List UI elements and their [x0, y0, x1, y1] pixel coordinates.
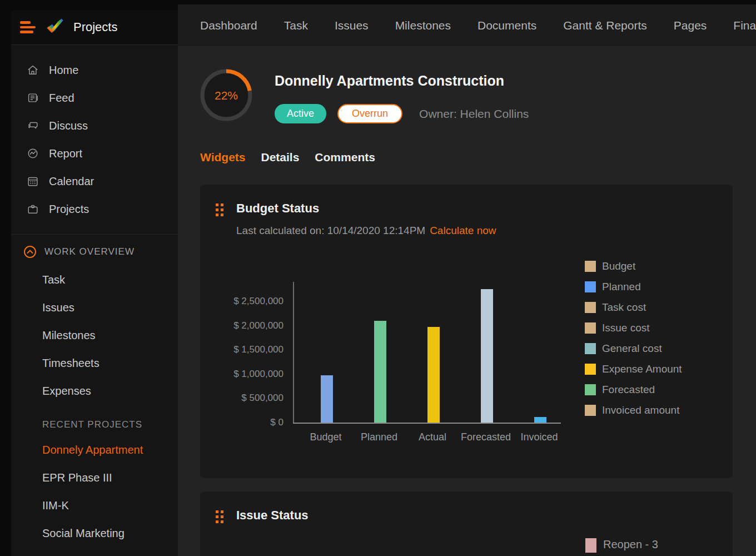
sidebar-item-issues[interactable]: Issues [11, 294, 178, 321]
topnav-item-milestones[interactable]: Milestones [395, 19, 451, 32]
fade-overlay [152, 519, 178, 547]
projects-logo-icon [43, 18, 64, 37]
hamburger-menu-icon[interactable] [20, 21, 36, 33]
drag-handle-icon[interactable] [216, 510, 223, 523]
work-overview-items: TaskIssuesMilestonesTimesheetsExpenses [11, 266, 178, 405]
report-icon [27, 147, 39, 160]
recent-project-donnely-appartment[interactable]: Donnely Appartment [11, 436, 178, 464]
legend-label: Invoiced amount [602, 404, 679, 416]
sidebar-item-feed[interactable]: Feed [11, 84, 178, 112]
sidebar-item-projects[interactable]: Projects [11, 195, 178, 223]
last-calculated-text: Last calculated on: 10/14/2020 12:14PM [236, 225, 425, 236]
collapse-chevron-icon[interactable] [23, 245, 37, 259]
legend-item-forecasted: Forecasted [585, 384, 682, 396]
calculate-now-link[interactable]: Calculate now [430, 225, 496, 236]
main-content: 22% Donnelly Apartments Construction Act… [178, 46, 756, 556]
chart-bar-invoiced [534, 417, 546, 423]
sidebar-item-milestones[interactable]: Milestones [11, 321, 178, 349]
legend-item-task-cost: Task cost [585, 301, 682, 314]
project-tabs: WidgetsDetailsComments [200, 151, 375, 164]
budget-widget-subtitle: Last calculated on: 10/14/2020 12:14PMCa… [236, 225, 496, 237]
fade-overlay [152, 492, 178, 519]
discuss-icon [27, 120, 39, 132]
budget-status-widget: Budget Status Last calculated on: 10/14/… [200, 185, 733, 478]
budget-chart-legend: BudgetPlannedTask costIssue costGeneral … [585, 260, 682, 425]
recent-project-iim-k[interactable]: IIM-K [11, 492, 178, 519]
home-icon [27, 64, 39, 76]
legend-item-invoiced-amount: Invoiced amount [585, 404, 682, 416]
status-badge-overrun: Overrun [337, 104, 402, 123]
y-tick-label: $ 1,000,000 [200, 369, 284, 380]
topnav-item-task[interactable]: Task [284, 19, 308, 32]
work-overview-label: WORK OVERVIEW [44, 246, 135, 257]
legend-swatch [585, 538, 596, 553]
topnav-item-documents[interactable]: Documents [478, 19, 536, 32]
legend-swatch [585, 261, 596, 272]
sidebar-item-label: Feed [49, 92, 74, 105]
project-owner: Owner: Helen Collins [419, 107, 529, 121]
legend-label: Planned [602, 281, 641, 293]
legend-item-budget: Budget [585, 260, 682, 272]
sidebar-menu: HomeFeedDiscussReportCalendarProjects [11, 45, 178, 223]
status-badge-active: Active [275, 104, 326, 123]
recent-project-social-marketing[interactable]: Social Marketing [11, 519, 178, 547]
chart-bar-actual [427, 327, 440, 423]
x-category-label: Planned [351, 431, 407, 443]
legend-item-planned: Planned [585, 281, 682, 293]
legend-swatch [585, 302, 596, 313]
x-category-label: Forecasted [458, 431, 514, 443]
sidebar-item-expenses[interactable]: Expenses [11, 377, 178, 405]
chart-bar-budget [321, 375, 333, 423]
sidebar-item-label: Projects [49, 203, 89, 216]
topnav-item-issues[interactable]: Issues [335, 19, 369, 32]
x-category-label: Budget [298, 431, 354, 443]
sidebar-header: Projects [11, 10, 178, 45]
project-title: Donnelly Apartments Construction [275, 73, 504, 89]
tab-widgets[interactable]: Widgets [200, 151, 245, 164]
issue-chart-legend: Reopen - 3 [585, 538, 658, 553]
topnav-item-gantt-reports[interactable]: Gantt & Reports [563, 19, 647, 32]
sidebar-item-home[interactable]: Home [11, 56, 178, 84]
legend-label: Budget [602, 260, 635, 272]
briefcase-icon [27, 203, 39, 215]
sidebar-item-discuss[interactable]: Discuss [11, 112, 178, 140]
topnav-item-finance[interactable]: Finance [733, 19, 756, 32]
chart-bar-forecasted [481, 289, 493, 423]
work-overview-header[interactable]: WORK OVERVIEW [11, 238, 178, 266]
recent-projects-label: RECENT PROJECTS [11, 414, 178, 436]
legend-swatch [585, 281, 596, 292]
fade-overlay [152, 464, 178, 492]
legend-swatch [585, 322, 596, 334]
drag-handle-icon[interactable] [216, 203, 223, 216]
sidebar-item-task[interactable]: Task [11, 266, 178, 294]
legend-item-issue-cost: Issue cost [585, 322, 682, 334]
issue-widget-title: Issue Status [236, 508, 309, 523]
recent-project-epr-phase-iii[interactable]: EPR Phase III [11, 464, 178, 492]
budget-bar-chart [293, 282, 560, 423]
legend-label: Reopen - 3 [603, 538, 658, 551]
tab-comments[interactable]: Comments [315, 151, 375, 164]
tab-details[interactable]: Details [261, 151, 299, 164]
sidebar-item-report[interactable]: Report [11, 140, 178, 167]
recent-projects-items: Donnely AppartmentEPR Phase IIIIIM-KSoci… [11, 436, 178, 547]
feed-icon [27, 92, 39, 104]
project-progress-ring: 22% [200, 68, 253, 122]
legend-swatch [585, 384, 596, 395]
legend-item-expense-amount: Expense Amount [585, 363, 682, 375]
budget-widget-title: Budget Status [236, 201, 319, 216]
legend-swatch [585, 405, 596, 416]
legend-item-general-cost: General cost [585, 342, 682, 355]
project-badges: Active Overrun Owner: Helen Collins [275, 104, 529, 123]
topnav-item-pages[interactable]: Pages [674, 19, 707, 32]
y-tick-label: $ 0 [200, 417, 284, 428]
legend-label: Task cost [602, 301, 646, 314]
work-overview-section: WORK OVERVIEW TaskIssuesMilestonesTimesh… [11, 234, 178, 547]
sidebar-item-timesheets[interactable]: Timesheets [11, 349, 178, 377]
y-tick-label: $ 2,500,000 [200, 296, 284, 307]
sidebar-item-label: Calendar [49, 175, 94, 188]
y-tick-label: $ 1,500,000 [200, 344, 284, 355]
legend-label: Forecasted [602, 384, 655, 396]
sidebar-item-calendar[interactable]: Calendar [11, 167, 178, 195]
topnav-item-dashboard[interactable]: Dashboard [200, 19, 257, 32]
fade-overlay [152, 436, 178, 464]
